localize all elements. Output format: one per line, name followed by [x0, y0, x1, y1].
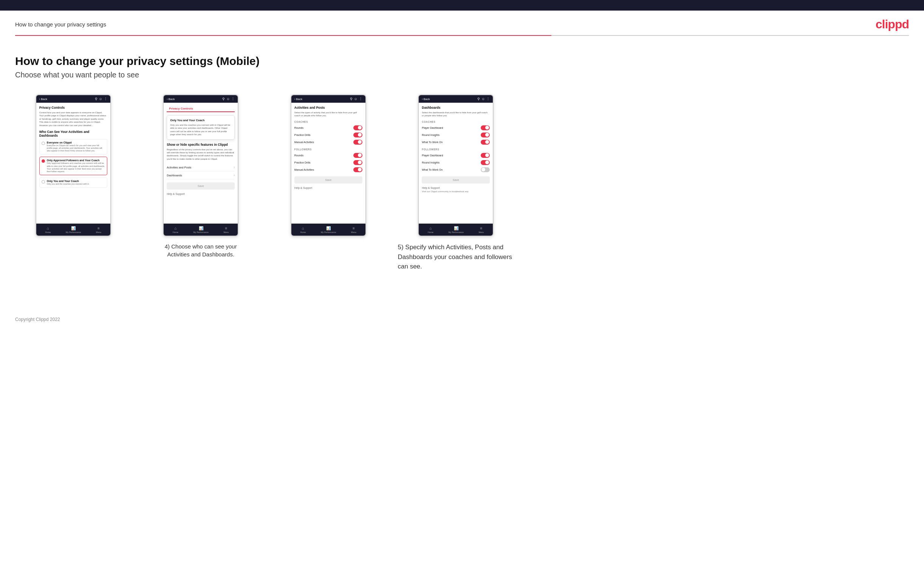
nav-icons-2: ⚲ ☺ ⋮: [222, 97, 235, 101]
home-label-2: Home: [173, 231, 178, 234]
back-button-4[interactable]: ‹ Back: [422, 97, 430, 101]
nav-home-2[interactable]: ⌂ Home: [173, 226, 178, 234]
help-support-3: Help & Support: [294, 187, 362, 189]
help-support-2: Help & Support: [166, 193, 235, 195]
save-button-3[interactable]: Save: [294, 176, 362, 184]
tab-privacy-controls[interactable]: Privacy Controls: [166, 106, 195, 112]
toggle-coaches-rounds: Rounds: [294, 124, 362, 131]
logo: clippd: [876, 18, 909, 31]
home-label-3: Home: [300, 231, 306, 234]
followers-what-to-work-label: What To Work On: [422, 168, 443, 171]
radio-everyone[interactable]: Everyone on Clippd Everyone on Clippd ca…: [39, 139, 107, 155]
settings-icon-2[interactable]: ⋮: [231, 97, 235, 101]
nav-home-3[interactable]: ⌂ Home: [300, 226, 306, 234]
radio-circle-you-coach: [42, 180, 45, 184]
search-icon-3[interactable]: ⚲: [350, 97, 352, 101]
activities-posts-label: Activities and Posts: [166, 166, 191, 169]
nav-perf-1[interactable]: 📊 My Performance: [66, 226, 81, 234]
coaches-round-insights-toggle[interactable]: [481, 132, 490, 137]
popup-text-2: Only you and the coaches you connect wit…: [170, 124, 231, 136]
back-button-2[interactable]: ‹ Back: [166, 97, 174, 101]
footer: Copyright Clippd 2022: [0, 309, 924, 330]
coaches-manual-toggle[interactable]: [353, 140, 362, 145]
coaches-rounds-toggle[interactable]: [353, 126, 362, 130]
menu-item-activities[interactable]: Activities and Posts ›: [166, 163, 235, 171]
phone-nav-bar-2: ‹ Back ⚲ ☺ ⋮: [164, 95, 238, 103]
followers-player-label: Player Dashboard: [422, 154, 443, 157]
back-button-1[interactable]: ‹ Back: [39, 97, 47, 101]
phone-nav-bar-3: ‹ Back ⚲ ☺ ⋮: [291, 95, 365, 103]
followers-rounds-toggle[interactable]: [353, 153, 362, 158]
followers-player-toggle[interactable]: [481, 153, 490, 158]
toggle-followers-what-to-work: What To Work On: [422, 166, 490, 173]
nav-menu-2[interactable]: ≡ Menu: [224, 226, 229, 234]
coaches-label-4: COACHES: [422, 121, 490, 123]
nav-perf-2[interactable]: 📊 My Performance: [194, 226, 208, 234]
coaches-label-3: COACHES: [294, 121, 362, 123]
settings-icon-4[interactable]: ⋮: [486, 97, 490, 101]
screen-2-col: ‹ Back ⚲ ☺ ⋮ Privacy Controls Only You a…: [143, 94, 259, 258]
coaches-what-to-work-toggle[interactable]: [481, 140, 490, 145]
radio-you-coach[interactable]: Only You and Your Coach Only you and the…: [39, 177, 107, 188]
nav-menu-4[interactable]: ≡ Menu: [479, 226, 484, 234]
radio-desc-everyone: Everyone on Clippd can search for you an…: [47, 144, 105, 152]
settings-icon-3[interactable]: ⋮: [359, 97, 362, 101]
toggle-coaches-player: Player Dashboard: [422, 124, 490, 131]
screen-3-col: ‹ Back ⚲ ☺ ⋮ Activities and Posts Select…: [270, 94, 387, 236]
popup-overlay-2: Only You and Your Coach Only you and the…: [166, 115, 235, 140]
radio-approved[interactable]: Only Approved Followers and Your Coach O…: [39, 157, 107, 175]
performance-icon-2: 📊: [199, 226, 203, 230]
profile-icon-1[interactable]: ☺: [99, 97, 102, 101]
profile-icon-3[interactable]: ☺: [354, 97, 357, 101]
home-icon-1: ⌂: [47, 226, 49, 230]
nav-home-4[interactable]: ⌂ Home: [428, 226, 433, 234]
search-icon-2[interactable]: ⚲: [222, 97, 225, 101]
phone-bottom-nav-3: ⌂ Home 📊 My Performance ≡ Menu: [291, 224, 365, 235]
phone-bottom-nav-4: ⌂ Home 📊 My Performance ≡ Menu: [419, 224, 493, 235]
menu-item-dashboards[interactable]: Dashboards ›: [166, 171, 235, 179]
screen-4-col: ‹ Back ⚲ ☺ ⋮ Dashboards Select the dashb…: [398, 94, 514, 271]
menu-icon-3: ≡: [352, 226, 355, 230]
menu-icon-2: ≡: [225, 226, 228, 230]
phone-mockup-4: ‹ Back ⚲ ☺ ⋮ Dashboards Select the dashb…: [418, 94, 494, 236]
phone-nav-bar-1: ‹ Back ⚲ ☺ ⋮: [36, 95, 110, 103]
toggle-followers-manual: Manual Activities: [294, 166, 362, 173]
top-bar: [0, 0, 924, 11]
privacy-controls-text-1: Control how you and your data appears to…: [39, 111, 107, 127]
phone-content-3: Activities and Posts Select the types of…: [291, 103, 365, 224]
nav-home-1[interactable]: ⌂ Home: [45, 226, 51, 234]
settings-icon-1[interactable]: ⋮: [104, 97, 107, 101]
coaches-drills-toggle[interactable]: [353, 132, 362, 137]
followers-manual-toggle[interactable]: [353, 167, 362, 172]
followers-round-insights-toggle[interactable]: [481, 160, 490, 165]
caption-2: 4) Choose who can see your Activities an…: [163, 242, 239, 258]
toggle-coaches-round-insights: Round Insights: [422, 131, 490, 139]
nav-perf-3[interactable]: 📊 My Performance: [321, 226, 336, 234]
search-icon-4[interactable]: ⚲: [477, 97, 480, 101]
followers-drills-label: Practice Drills: [294, 161, 311, 164]
search-icon-1[interactable]: ⚲: [95, 97, 97, 101]
perf-label-3: My Performance: [321, 231, 336, 234]
page-subtitle: Choose what you want people to see: [15, 71, 514, 79]
coaches-drills-label: Practice Drills: [294, 134, 311, 136]
back-button-3[interactable]: ‹ Back: [294, 97, 302, 101]
save-button-4[interactable]: Save: [422, 176, 490, 184]
home-label-4: Home: [428, 231, 433, 234]
performance-icon-1: 📊: [71, 226, 76, 230]
profile-icon-4[interactable]: ☺: [481, 97, 485, 101]
nav-menu-1[interactable]: ≡ Menu: [96, 226, 101, 234]
toggle-followers-drills: Practice Drills: [294, 159, 362, 166]
toggle-coaches-what-to-work: What To Work On: [422, 139, 490, 146]
profile-icon-2[interactable]: ☺: [226, 97, 230, 101]
followers-drills-toggle[interactable]: [353, 160, 362, 165]
followers-what-to-work-toggle[interactable]: [481, 167, 490, 172]
save-button-2[interactable]: Save: [166, 182, 235, 190]
activities-arrow-icon: ›: [234, 165, 235, 169]
performance-icon-3: 📊: [326, 226, 331, 230]
nav-perf-4[interactable]: 📊 My Performance: [449, 226, 464, 234]
phone-content-1: Privacy Controls Control how you and you…: [36, 103, 110, 224]
nav-menu-3[interactable]: ≡ Menu: [351, 226, 356, 234]
radio-desc-approved: Only approved followers and coaches you …: [47, 162, 105, 173]
coaches-player-toggle[interactable]: [481, 126, 490, 130]
phone-mockup-2: ‹ Back ⚲ ☺ ⋮ Privacy Controls Only You a…: [163, 94, 239, 236]
